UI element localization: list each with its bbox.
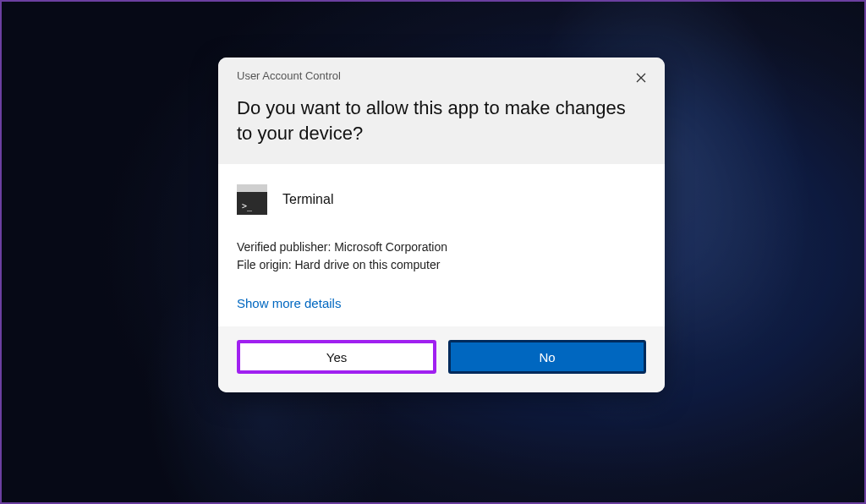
dialog-title: User Account Control (237, 69, 646, 82)
close-button[interactable] (629, 66, 653, 90)
dialog-body: >_ Terminal Verified publisher: Microsof… (218, 164, 665, 326)
app-info-row: >_ Terminal (237, 184, 646, 215)
publisher-line: Verified publisher: Microsoft Corporatio… (237, 238, 646, 256)
uac-dialog: User Account Control Do you want to allo… (218, 58, 665, 392)
terminal-icon: >_ (237, 184, 267, 215)
show-more-details-link[interactable]: Show more details (237, 296, 341, 310)
close-icon (636, 73, 646, 83)
dialog-header: User Account Control Do you want to allo… (218, 58, 665, 164)
no-button[interactable]: No (448, 340, 646, 374)
file-origin-line: File origin: Hard drive on this computer (237, 256, 646, 274)
dialog-question: Do you want to allow this app to make ch… (237, 96, 646, 145)
dialog-footer: Yes No (218, 326, 665, 392)
yes-button[interactable]: Yes (237, 340, 436, 374)
app-name: Terminal (282, 192, 333, 207)
